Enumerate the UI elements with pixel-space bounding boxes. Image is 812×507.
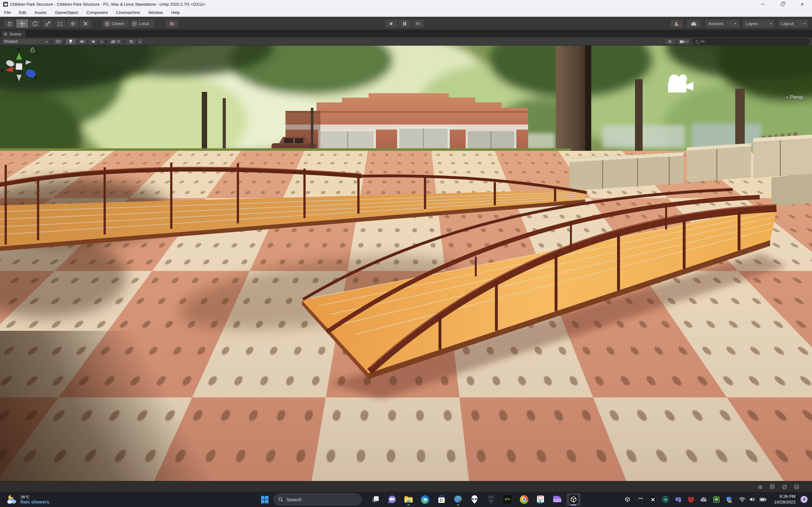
camera-gizmo[interactable] <box>668 74 693 93</box>
app-paint[interactable] <box>451 493 465 506</box>
tray-epic-games-icon[interactable]: EPIC <box>636 496 644 503</box>
menu-help[interactable]: Help <box>167 9 184 16</box>
menu-component[interactable]: Component <box>82 9 112 16</box>
layers-dropdown[interactable]: Layers▾ <box>742 19 775 28</box>
pause-button[interactable] <box>398 19 411 28</box>
axis-gizmo[interactable]: y x z <box>0 46 38 93</box>
taskbar-search[interactable]: Search <box>273 493 362 505</box>
draw-mode-dropdown[interactable]: Shaded▾ <box>2 38 50 45</box>
step-icon <box>416 21 420 26</box>
progress-check-icon[interactable] <box>792 483 801 491</box>
cloud-button[interactable] <box>686 19 701 28</box>
brick-garage-building[interactable] <box>286 93 528 158</box>
restore-button[interactable] <box>773 0 792 9</box>
task-view-button[interactable] <box>368 493 383 506</box>
tray-wifi-icon[interactable] <box>739 496 746 503</box>
chevron-down-icon: ▾ <box>770 22 772 25</box>
cache-server-icon[interactable] <box>768 483 777 491</box>
transform-tool-button[interactable] <box>67 19 79 28</box>
audio-toggle[interactable] <box>77 38 88 45</box>
axis-neg-y-cone[interactable] <box>16 75 21 81</box>
layout-dropdown[interactable]: Layout▾ <box>778 19 809 28</box>
tray-updater-icon[interactable] <box>662 496 669 503</box>
rotate-tool-button[interactable] <box>29 19 41 28</box>
app-snipping-tool[interactable] <box>534 493 548 506</box>
axis-lock-icon <box>31 48 34 52</box>
projection-toggle[interactable]: <Persp <box>786 95 803 100</box>
orientation-label: Local <box>139 21 149 26</box>
tray-teams-icon[interactable]: T <box>674 496 682 503</box>
grid-snap-button[interactable] <box>165 19 179 28</box>
app-nvidia[interactable] <box>501 493 514 506</box>
app-clipchamp[interactable] <box>550 493 564 506</box>
scene-camera-dropdown[interactable]: ▾ <box>677 38 690 45</box>
lighting-toggle[interactable] <box>65 38 77 45</box>
scene-toolbar: Shaded▾ 2D ▾ 0 Y ▾ ▾ Gizmos▾ All <box>0 38 812 46</box>
pivot-center-button[interactable]: Center <box>102 19 130 28</box>
hand-tool-button[interactable] <box>3 19 16 28</box>
app-chat[interactable] <box>385 493 399 506</box>
app-chrome[interactable] <box>517 493 531 506</box>
effects-toggle[interactable] <box>88 38 99 45</box>
axis-y-cone[interactable] <box>16 53 22 60</box>
axis-cube[interactable] <box>16 63 22 70</box>
tray-battery-icon[interactable] <box>759 496 767 503</box>
weather-widget[interactable]: 26°C Rain showers <box>6 493 49 506</box>
scene-tools-button[interactable] <box>664 38 676 45</box>
menu-cinemachine[interactable]: Cinemachine <box>112 9 144 16</box>
orientation-local-button[interactable]: Local <box>130 19 155 28</box>
account-dropdown[interactable]: Account▾ <box>705 19 740 28</box>
collab-button[interactable] <box>670 19 683 28</box>
menu-edit[interactable]: Edit <box>15 9 30 16</box>
app-alienware[interactable] <box>467 493 481 506</box>
scale-tool-button[interactable] <box>41 19 54 28</box>
start-button[interactable] <box>258 493 271 506</box>
tray-onedrive-paused-icon[interactable] <box>700 496 707 503</box>
menu-gameobject[interactable]: GameObject <box>51 9 82 16</box>
scene-grid-icon <box>3 32 8 36</box>
tray-mcafee-icon[interactable] <box>687 496 695 503</box>
grid-dropdown[interactable]: ▾ <box>137 38 143 45</box>
app-file-explorer[interactable] <box>402 493 415 506</box>
running-indicator <box>408 504 410 505</box>
hidden-count: 0 <box>117 39 119 44</box>
tray-unity-icon[interactable] <box>623 496 631 503</box>
grid-visibility-toggle[interactable]: Y <box>125 38 137 45</box>
step-button[interactable] <box>411 19 425 28</box>
effects-dropdown[interactable]: ▾ <box>99 38 105 45</box>
tray-terminal-green-icon[interactable] <box>712 496 720 503</box>
move-tool-button[interactable] <box>16 19 29 28</box>
paved-plaza[interactable] <box>0 151 812 481</box>
axis-x-cone[interactable] <box>5 66 13 72</box>
chevron-down-icon: ▾ <box>686 40 687 43</box>
scene-viewport[interactable]: y x z <Persp <box>0 46 812 481</box>
rect-tool-button[interactable] <box>54 19 67 28</box>
menu-assets[interactable]: Assets <box>30 9 51 16</box>
tray-clock[interactable]: 8:26 PM 10/29/2023 <box>774 494 796 505</box>
axis-z-label: z <box>34 74 37 79</box>
play-button[interactable] <box>385 19 398 28</box>
tray-volume-icon[interactable] <box>749 496 756 503</box>
debugger-icon[interactable] <box>756 483 765 491</box>
network-off-icon[interactable] <box>780 483 789 491</box>
menu-window[interactable]: Window <box>144 9 167 16</box>
hidden-objects-toggle[interactable]: 0 <box>107 38 123 45</box>
2d-toggle[interactable]: 2D <box>52 38 64 45</box>
app-edge[interactable] <box>418 493 432 506</box>
app-microsoft-store[interactable] <box>435 493 449 506</box>
tray-xbox-icon[interactable] <box>649 496 657 503</box>
snipping-tool-icon <box>537 495 545 504</box>
window-titlebar[interactable]: Children Park Structure - Children Park … <box>0 0 812 9</box>
menu-file[interactable]: File <box>0 9 15 16</box>
app-unity-editor[interactable] <box>566 493 580 506</box>
app-alienware-command-center[interactable] <box>484 493 498 506</box>
notification-badge[interactable]: 4 <box>801 496 808 503</box>
minimize-button[interactable] <box>753 0 773 9</box>
close-button[interactable]: × <box>792 0 812 9</box>
tab-scene[interactable]: Scene <box>1 31 26 38</box>
scene-search-input[interactable]: All <box>693 38 810 45</box>
custom-tools-button[interactable] <box>79 19 92 28</box>
axis-neg-z-cone[interactable] <box>26 60 32 65</box>
axis-neg-x-cone[interactable] <box>5 59 15 67</box>
tray-security-warning-icon[interactable] <box>725 496 733 503</box>
